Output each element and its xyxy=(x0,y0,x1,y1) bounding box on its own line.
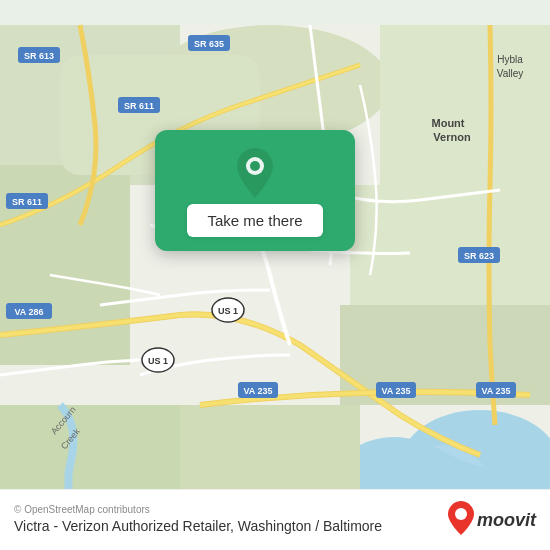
bottom-bar: © OpenStreetMap contributors Victra - Ve… xyxy=(0,489,550,550)
svg-text:VA 286: VA 286 xyxy=(14,307,43,317)
svg-text:VA 235: VA 235 xyxy=(243,386,272,396)
svg-text:US 1: US 1 xyxy=(218,306,238,316)
take-me-there-button[interactable]: Take me there xyxy=(187,204,322,237)
svg-text:VA 235: VA 235 xyxy=(481,386,510,396)
svg-text:Vernon: Vernon xyxy=(433,131,471,143)
location-popup: Take me there xyxy=(155,130,355,251)
copyright-text: © OpenStreetMap contributors xyxy=(14,504,382,515)
svg-rect-6 xyxy=(350,185,550,305)
svg-text:SR 611: SR 611 xyxy=(12,197,42,207)
svg-text:Mount: Mount xyxy=(432,117,465,129)
map-background: Accourn Creek SR 613 SR 635 SR 611 SR 61… xyxy=(0,0,550,550)
map-container: Accourn Creek SR 613 SR 635 SR 611 SR 61… xyxy=(0,0,550,550)
svg-point-42 xyxy=(455,508,467,520)
svg-text:Valley: Valley xyxy=(497,68,524,79)
svg-text:SR 613: SR 613 xyxy=(24,51,54,61)
svg-text:SR 611: SR 611 xyxy=(124,101,154,111)
location-title: Victra - Verizon Authorized Retailer, Wa… xyxy=(14,517,382,535)
moovit-logo-text: moovit xyxy=(477,510,536,531)
svg-text:SR 623: SR 623 xyxy=(464,251,494,261)
svg-rect-5 xyxy=(380,25,550,205)
moovit-logo: moovit xyxy=(447,500,536,540)
bottom-info: © OpenStreetMap contributors Victra - Ve… xyxy=(14,504,382,535)
svg-text:SR 635: SR 635 xyxy=(194,39,224,49)
map-pin-icon xyxy=(233,146,277,204)
svg-text:VA 235: VA 235 xyxy=(381,386,410,396)
svg-point-41 xyxy=(250,161,260,171)
moovit-pin-icon xyxy=(447,500,475,540)
svg-text:Hybla: Hybla xyxy=(497,54,523,65)
svg-text:US 1: US 1 xyxy=(148,356,168,366)
